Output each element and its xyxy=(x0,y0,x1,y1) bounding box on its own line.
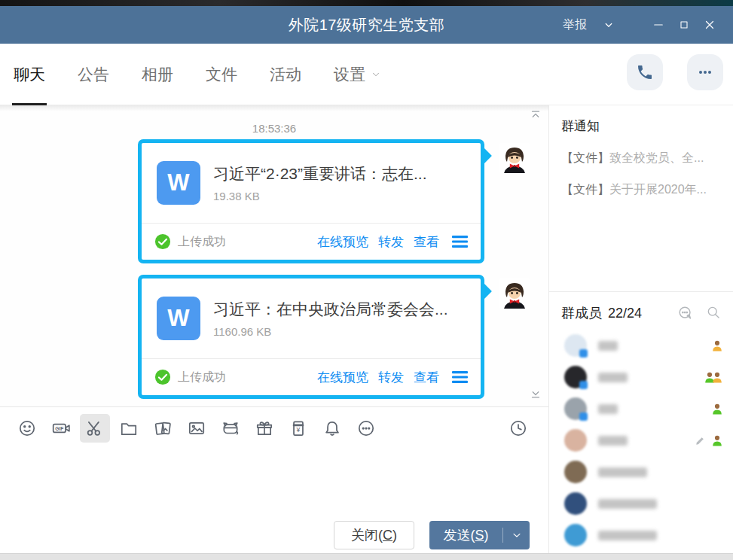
group-notice-item[interactable]: 【文件】关于开展2020年... xyxy=(561,182,721,198)
group-members-count: 22/24 xyxy=(608,306,642,321)
tab-label: 文件 xyxy=(206,64,237,85)
member-row[interactable] xyxy=(549,393,733,425)
file-action-查看[interactable]: 查看 xyxy=(414,369,439,386)
search-icon[interactable] xyxy=(706,305,721,321)
send-options-button[interactable] xyxy=(503,521,530,549)
tab-活动[interactable]: 活动 xyxy=(270,44,301,105)
member-name-masked xyxy=(598,404,618,414)
more-actions-button[interactable] xyxy=(687,54,723,90)
close-chat-button[interactable]: 关闭(C) xyxy=(334,521,414,549)
scroll-to-top-icon[interactable] xyxy=(529,108,542,125)
send-button-label[interactable]: 发送(S) xyxy=(429,521,502,549)
more-circle-icon[interactable] xyxy=(351,414,381,443)
typing-pencil-icon xyxy=(695,435,706,446)
member-row[interactable] xyxy=(549,488,733,519)
window-chevron-down-icon[interactable] xyxy=(596,6,622,44)
member-row[interactable] xyxy=(549,519,733,551)
tab-文件[interactable]: 文件 xyxy=(206,44,237,105)
send-chevron-down-icon xyxy=(511,529,523,541)
tab-公告[interactable]: 公告 xyxy=(78,44,109,105)
member-name-masked xyxy=(598,436,628,446)
group-member-list xyxy=(549,330,733,551)
member-avatar xyxy=(564,334,587,357)
file-action-转发[interactable]: 转发 xyxy=(378,233,404,251)
sender-avatar[interactable] xyxy=(499,143,530,173)
folder-file-icon[interactable] xyxy=(114,414,144,443)
member-avatar xyxy=(564,429,587,452)
red-packet-icon[interactable]: ¥ xyxy=(283,414,313,443)
avatar-badge xyxy=(579,412,588,421)
group-notice-title: 群通知 xyxy=(561,117,721,135)
background-window-sliver xyxy=(0,0,733,6)
maximize-icon[interactable] xyxy=(671,6,697,44)
send-button[interactable]: 发送(S) xyxy=(429,521,530,549)
tab-chevron-down-icon xyxy=(371,69,381,80)
tab-bar: 聊天公告相册文件活动设置 xyxy=(0,44,733,105)
file-action-查看[interactable]: 查看 xyxy=(414,233,439,251)
title-bar: 外院17级研究生党支部 举报 xyxy=(0,6,733,44)
group-members-header: 群成员 22/24 xyxy=(549,292,733,330)
picture-icon[interactable] xyxy=(182,414,212,443)
file-name: 习近平：在中央政治局常委会会... xyxy=(213,299,448,320)
notice-prefix: 【文件】 xyxy=(561,183,609,196)
member-avatar xyxy=(564,492,587,515)
gif-icon[interactable]: GIF xyxy=(46,414,76,443)
file-action-转发[interactable]: 转发 xyxy=(378,369,404,386)
message-input[interactable] xyxy=(0,449,548,510)
multi-chat-icon[interactable] xyxy=(677,305,694,321)
member-name-masked xyxy=(598,373,628,382)
sticker-icon[interactable] xyxy=(215,414,246,443)
scroll-to-bottom-icon[interactable] xyxy=(529,387,542,403)
upload-status-text: 上传成功 xyxy=(178,234,226,250)
avatar-badge xyxy=(579,349,588,358)
word-file-icon: W xyxy=(157,297,200,340)
file-size: 1160.96 KB xyxy=(213,325,448,338)
file-action-在线预览[interactable]: 在线预览 xyxy=(317,369,368,386)
close-icon[interactable] xyxy=(697,6,722,44)
gift-icon[interactable] xyxy=(249,414,279,443)
group-notice-item[interactable]: 【文件】致全校党员、全... xyxy=(561,151,721,166)
member-name-masked xyxy=(598,341,618,351)
chat-column: 18:53:36 W 习近平“2·23”重要讲话：志在... 19.38 KB … xyxy=(0,105,549,560)
sender-avatar[interactable] xyxy=(499,278,530,309)
notice-text: 关于开展2020年... xyxy=(609,183,707,196)
tab-聊天[interactable]: 聊天 xyxy=(14,44,45,105)
hamburger-menu-icon[interactable] xyxy=(452,235,468,248)
status-green-icon xyxy=(712,435,722,446)
file-message-card[interactable]: W 习近平：在中央政治局常委会会... 1160.96 KB 上传成功 在线预览… xyxy=(138,275,484,399)
notice-text: 致全校党员、全... xyxy=(609,151,704,164)
tab-设置[interactable]: 设置 xyxy=(334,44,381,105)
phone-icon xyxy=(636,63,654,81)
avatar-badge xyxy=(579,381,588,389)
bell-icon[interactable] xyxy=(317,414,347,443)
member-row[interactable] xyxy=(549,425,733,456)
file-message-card[interactable]: W 习近平“2·23”重要讲话：志在... 19.38 KB 上传成功 在线预览… xyxy=(138,139,484,263)
call-button[interactable] xyxy=(627,54,663,90)
member-row[interactable] xyxy=(549,330,733,361)
group-notice-panel: 群通知 【文件】致全校党员、全...【文件】关于开展2020年... xyxy=(549,105,733,292)
member-row[interactable] xyxy=(549,361,733,393)
hamburger-menu-icon[interactable] xyxy=(452,370,468,384)
tab-label: 聊天 xyxy=(14,64,45,85)
group-members-title: 群成员 xyxy=(561,304,602,322)
emoji-icon[interactable] xyxy=(12,414,42,443)
success-check-icon xyxy=(154,233,171,250)
member-row[interactable] xyxy=(549,456,733,488)
svg-text:GIF: GIF xyxy=(55,425,63,431)
tab-相册[interactable]: 相册 xyxy=(142,44,173,105)
window-bottom-edge xyxy=(0,553,733,560)
image-stack-icon[interactable] xyxy=(148,414,178,443)
minimize-icon[interactable] xyxy=(646,6,671,44)
input-toolbar: GIF¥ xyxy=(0,406,548,449)
message-timestamp: 18:53:36 xyxy=(0,122,548,135)
tab-label: 设置 xyxy=(334,64,365,85)
group-chat-window: 外院17级研究生党支部 举报 聊天公告相册文件活动设置 18:53:36 W xyxy=(0,6,733,560)
member-avatar xyxy=(564,366,587,388)
member-avatar xyxy=(564,397,587,420)
report-button[interactable]: 举报 xyxy=(563,17,587,33)
screenshot-icon[interactable] xyxy=(80,414,110,443)
tab-label: 公告 xyxy=(78,64,109,85)
member-name-masked xyxy=(598,499,657,509)
clock-history-icon[interactable] xyxy=(503,414,533,443)
file-action-在线预览[interactable]: 在线预览 xyxy=(317,233,368,251)
